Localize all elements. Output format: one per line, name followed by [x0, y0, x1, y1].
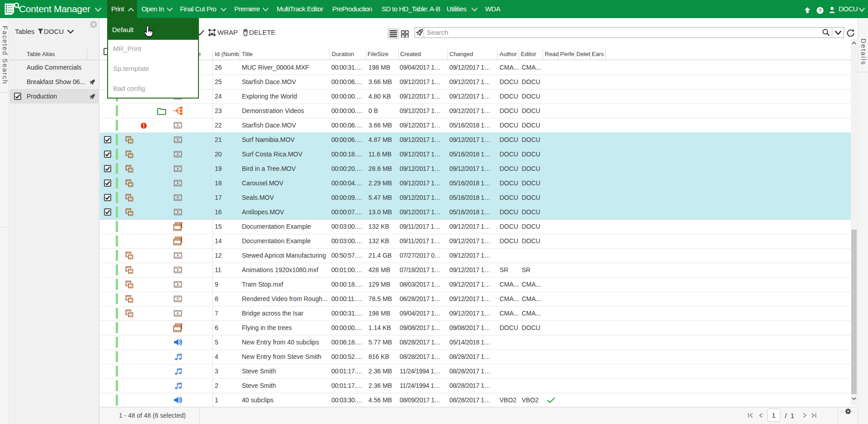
svg-text:?: ? — [818, 8, 821, 13]
